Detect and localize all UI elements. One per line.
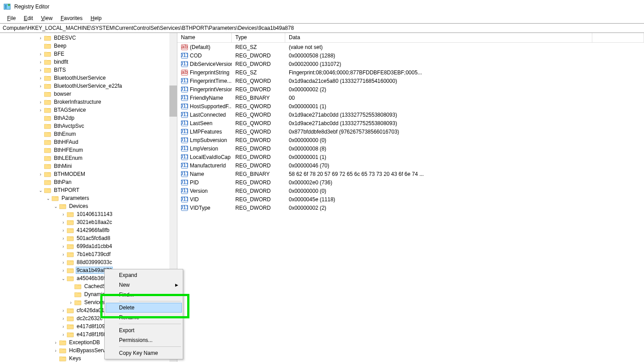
tree-item[interactable]: ·BthLEEnum — [0, 154, 177, 162]
tree-item[interactable]: ›699da1d1cbb4 — [0, 242, 177, 250]
chevron-right-icon[interactable]: › — [38, 76, 43, 81]
value-type-cell: REG_DWORD — [232, 205, 285, 211]
cm-delete[interactable]: Delete — [106, 303, 182, 313]
chevron-right-icon[interactable]: › — [61, 220, 66, 225]
tree-item[interactable]: ·BthHFAud — [0, 138, 177, 146]
chevron-right-icon[interactable]: › — [61, 268, 66, 273]
value-row[interactable]: 011DibServiceVersionREG_DWORD0x00020000 … — [177, 60, 644, 68]
cm-new[interactable]: New▶ — [106, 280, 182, 290]
column-name[interactable]: Name — [177, 33, 232, 42]
value-row[interactable]: 011PIDREG_DWORD0x000002e0 (736) — [177, 178, 644, 187]
value-row[interactable]: 011FriendlyNameREG_BINARY00 — [177, 94, 644, 102]
value-row[interactable]: 011FingerprintVersionREG_DWORD0x00000002… — [177, 85, 644, 94]
tree-item[interactable]: ·BthMini — [0, 162, 177, 170]
tree-item[interactable]: ›7b1eb1739cdf — [0, 250, 177, 258]
column-data[interactable]: Data — [285, 33, 644, 42]
chevron-right-icon[interactable]: › — [61, 236, 66, 241]
menu-edit[interactable]: Edit — [20, 14, 37, 22]
value-row[interactable]: 011VersionREG_DWORD0x00000000 (0) — [177, 187, 644, 195]
column-type[interactable]: Type — [232, 33, 285, 42]
chevron-right-icon[interactable]: › — [38, 172, 43, 177]
tree-item[interactable]: ›BTAGService — [0, 106, 177, 114]
tree-item[interactable]: ›3021eb18aa2c — [0, 218, 177, 226]
tree-item[interactable]: ›88d03999033c — [0, 258, 177, 266]
tree-item[interactable]: ·BthPan — [0, 178, 177, 186]
chevron-right-icon[interactable]: › — [61, 260, 66, 265]
cm-find[interactable]: Find... — [106, 290, 182, 300]
address-bar[interactable]: Computer\HKEY_LOCAL_MACHINE\SYSTEM\Curre… — [0, 23, 644, 33]
tree-item[interactable]: ›BITS — [0, 66, 177, 74]
chevron-right-icon[interactable]: › — [61, 228, 66, 233]
tree-item[interactable]: ›4142966fa8fb — [0, 226, 177, 234]
chevron-right-icon[interactable]: › — [53, 340, 58, 345]
chevron-down-icon[interactable]: ⌄ — [61, 276, 66, 281]
tree-item[interactable]: ›bindflt — [0, 58, 177, 66]
tree-item[interactable]: ›BluetoothUserService_e22fa — [0, 82, 177, 90]
value-row[interactable]: 011VIDTypeREG_DWORD0x00000002 (2) — [177, 203, 644, 212]
values-body[interactable]: ab(Default)REG_SZ(value not set)011CODRE… — [177, 43, 644, 212]
chevron-right-icon[interactable]: › — [53, 348, 58, 353]
tree-item[interactable]: ›501ac5fc6ad8 — [0, 234, 177, 242]
chevron-right-icon[interactable]: › — [61, 212, 66, 217]
tree-item[interactable]: ·bowser — [0, 90, 177, 98]
tree-item[interactable]: ⌄Parameters — [0, 194, 177, 202]
chevron-down-icon[interactable]: ⌄ — [38, 188, 43, 193]
tree-item[interactable]: ·Beep — [0, 42, 177, 50]
value-row[interactable]: 011LastSeenREG_QWORD0x1d9ace271abc0dd (1… — [177, 119, 644, 127]
tree-item[interactable]: ·BthAvctpSvc — [0, 122, 177, 130]
value-row[interactable]: 011LmpVersionREG_DWORD0x00000008 (8) — [177, 144, 644, 153]
tree-item[interactable]: ›BDESVC — [0, 34, 177, 42]
tree-item[interactable]: ·BthA2dp — [0, 114, 177, 122]
tree-item[interactable]: ›BrokerInfrastructure — [0, 98, 177, 106]
chevron-down-icon[interactable]: ⌄ — [45, 196, 51, 201]
cm-export[interactable]: Export — [106, 325, 182, 335]
value-row[interactable]: 011VIDREG_DWORD0x0000045e (1118) — [177, 195, 644, 203]
tree-item[interactable]: ›BFE — [0, 50, 177, 58]
chevron-right-icon[interactable]: › — [38, 68, 43, 73]
folder-icon — [44, 131, 51, 137]
value-row[interactable]: 011LocalEvaIdIoCapREG_DWORD0x00000001 (1… — [177, 153, 644, 161]
tree-item[interactable]: ⌄Devices — [0, 202, 177, 210]
value-row[interactable]: 011CODREG_DWORD0x00000508 (1288) — [177, 51, 644, 60]
menu-view[interactable]: View — [37, 14, 56, 22]
tree-scroll-thumb[interactable] — [169, 85, 177, 117]
chevron-right-icon[interactable]: › — [61, 324, 66, 329]
chevron-right-icon[interactable]: › — [61, 308, 66, 313]
chevron-right-icon[interactable]: › — [61, 252, 66, 257]
value-row[interactable]: ab(Default)REG_SZ(value not set) — [177, 43, 644, 51]
chevron-right-icon[interactable]: › — [38, 100, 43, 105]
cm-expand[interactable]: Expand — [106, 270, 182, 280]
chevron-right-icon[interactable]: › — [61, 316, 66, 321]
chevron-right-icon[interactable]: › — [61, 332, 66, 337]
chevron-right-icon[interactable]: › — [38, 52, 43, 57]
chevron-right-icon[interactable]: › — [38, 84, 43, 89]
value-row[interactable]: abFingerprintStringREG_SZFingerprint:08;… — [177, 68, 644, 77]
chevron-right-icon[interactable]: › — [38, 60, 43, 65]
menu-help[interactable]: Help — [87, 14, 105, 22]
value-row[interactable]: 011LmpSubversionREG_DWORD0x00000000 (0) — [177, 136, 644, 144]
cm-permissions[interactable]: Permissions... — [106, 335, 182, 345]
value-row[interactable]: 011FingerprintTime...REG_QWORD0x1d9acda2… — [177, 77, 644, 85]
tree-item[interactable]: ·BthHFEnum — [0, 146, 177, 154]
tree-item[interactable]: ⌄BTHPORT — [0, 186, 177, 194]
value-row[interactable]: 011LastConnectedREG_QWORD0x1d9ace271abc0… — [177, 110, 644, 119]
value-row[interactable]: 011HostSupportedF...REG_QWORD0x00000001 … — [177, 102, 644, 110]
tree-item[interactable]: ·BthEnum — [0, 130, 177, 138]
value-row[interactable]: 011LMPFeaturesREG_QWORD0x877bfddbfe8d3eb… — [177, 127, 644, 136]
chevron-right-icon: · — [38, 156, 43, 161]
tree-item[interactable]: ›BTHMODEM — [0, 170, 177, 178]
tree-item[interactable]: ›BluetoothUserService — [0, 74, 177, 82]
cm-copy-key-name[interactable]: Copy Key Name — [106, 348, 182, 358]
chevron-right-icon[interactable]: › — [38, 36, 43, 41]
cm-rename[interactable]: Rename — [106, 313, 182, 322]
chevron-right-icon[interactable]: › — [61, 244, 66, 249]
chevron-right-icon[interactable]: › — [68, 300, 74, 305]
reg-binary-icon: 011 — [181, 120, 188, 127]
menu-file[interactable]: File — [4, 14, 19, 22]
chevron-right-icon[interactable]: › — [38, 108, 43, 113]
tree-item[interactable]: ›101406131143 — [0, 210, 177, 218]
chevron-down-icon[interactable]: ⌄ — [53, 204, 58, 209]
menu-favorites[interactable]: Favorites — [57, 14, 86, 22]
value-row[interactable]: 011NameREG_BINARY58 62 6f 78 20 57 69 72… — [177, 170, 644, 178]
value-row[interactable]: 011ManufacturerIdREG_DWORD0x00000046 (70… — [177, 161, 644, 170]
